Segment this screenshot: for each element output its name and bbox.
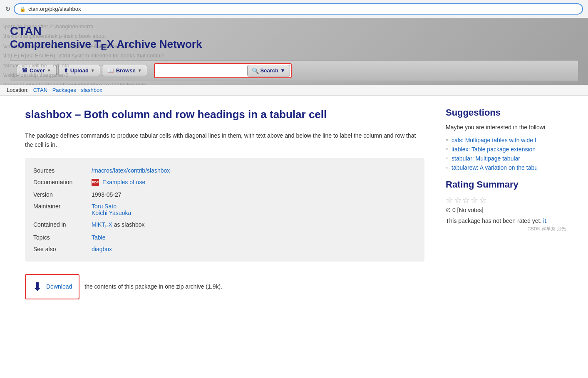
upload-icon: ⬆ [64, 67, 68, 74]
sources-value: /macros/latex/contrib/slashbox [92, 167, 416, 174]
documentation-label: Documentation [33, 179, 92, 185]
info-row-topics: Topics Table [33, 232, 416, 243]
sidebar: Suggestions Maybe you are interested in … [437, 96, 578, 320]
breadcrumb-packages[interactable]: Packages [52, 87, 76, 93]
breadcrumb-slashbox[interactable]: slashbox [81, 87, 102, 93]
download-section: ⬇ Download the contents of this package … [25, 274, 424, 299]
info-row-seealso: See also diagbox [33, 243, 416, 255]
search-input[interactable] [156, 66, 247, 75]
seealso-label: See also [33, 246, 92, 252]
suggestion-link-2[interactable]: ltablex: Table package extension [452, 146, 536, 153]
search-label: Search [261, 67, 278, 74]
cover-dropdown-arrow: ▼ [47, 68, 51, 73]
download-link[interactable]: Download [46, 283, 72, 290]
version-value: 1993-05-27 [92, 191, 416, 198]
contained-suffix: as slashbox [114, 221, 145, 228]
suggestion-link-1[interactable]: cals: Multipage tables with wide l [452, 137, 536, 143]
main-container: slashbox – Both column and row headings … [0, 96, 588, 320]
sources-label: Sources [33, 167, 92, 174]
info-row-contained: Contained in MiKTEX as slashbox [33, 219, 416, 232]
info-row-version: Version 1993-05-27 [33, 189, 416, 200]
suggestion-link-4[interactable]: tabularew: A variation on the tabu [452, 164, 538, 171]
search-icon: 🔍 [252, 67, 259, 74]
suggestions-intro: Maybe you are interested in the followi [446, 123, 570, 132]
lock-icon: 🔒 [20, 6, 26, 12]
browser-bar: ↻ 🔒 ctan.org/pkg/slashbox [0, 0, 588, 18]
cover-label: Cover [30, 67, 45, 74]
info-row-sources: Sources /macros/latex/contrib/slashbox [33, 165, 416, 176]
rating-stars: ☆☆☆☆☆ [446, 195, 570, 205]
main-content: slashbox – Both column and row headings … [0, 96, 437, 320]
download-description: the contents of this package in one zip … [84, 283, 222, 290]
search-dropdown-arrow: ▼ [280, 67, 285, 74]
breadcrumb: Location: CTAN Packages slashbox [0, 85, 588, 96]
topics-label: Topics [33, 234, 92, 241]
suggestion-item-2: ltablex: Table package extension [446, 146, 570, 153]
search-area: 🔍 Search ▼ [154, 63, 292, 78]
rating-description: This package has not been rated yet. it. [446, 217, 570, 225]
pdf-icon: PDF [92, 179, 99, 186]
cover-button[interactable]: 🏛 Cover ▼ [17, 65, 57, 76]
download-icon: ⬇ [32, 280, 42, 294]
suggestions-title: Suggestions [446, 107, 570, 118]
upload-label: Upload [70, 67, 89, 74]
maintainer-value: Toru Sato Koichi Yasuoka [92, 203, 416, 216]
documentation-value: PDF Examples of use [92, 179, 416, 186]
doc-link[interactable]: Examples of use [102, 179, 146, 185]
download-box[interactable]: ⬇ Download [25, 274, 79, 299]
sources-link[interactable]: /macros/latex/contrib/slashbox [92, 167, 170, 174]
contained-label: Contained in [33, 221, 92, 228]
browse-button[interactable]: 📖 Browse ▼ [102, 65, 147, 76]
version-label: Version [33, 191, 92, 198]
maintainer2-link[interactable]: Koichi Yasuoka [92, 210, 131, 216]
topics-link[interactable]: Table [92, 234, 105, 241]
header-content: CTAN Comprehensive TEX Archive Network [10, 25, 578, 53]
upload-button[interactable]: ⬆ Upload ▼ [58, 65, 100, 76]
info-row-documentation: Documentation PDF Examples of use [33, 176, 416, 189]
breadcrumb-location-label: Location: [7, 87, 29, 93]
navbar: 🏛 Cover ▼ ⬆ Upload ▼ 📖 Browse ▼ 🔍 Search… [10, 60, 578, 81]
seealso-value: diagbox [92, 246, 416, 252]
info-row-maintainer: Maintainer Toru Sato Koichi Yasuoka [33, 200, 416, 219]
contained-value: MiKTEX as slashbox [92, 221, 416, 229]
suggestion-link-3[interactable]: stabular: Multipage tabular [452, 155, 520, 162]
package-title: slashbox – Both column and row headings … [25, 108, 424, 121]
topics-value: Table [92, 234, 416, 241]
suggestion-item-4: tabularew: A variation on the tabu [446, 164, 570, 171]
rating-votes: ∅ 0 [No votes] [446, 207, 570, 213]
breadcrumb-ctan[interactable]: CTAN [33, 87, 47, 93]
seealso-link[interactable]: diagbox [92, 246, 112, 252]
rating-link[interactable]: it. [543, 217, 548, 224]
url-text: ctan.org/pkg/slashbox [28, 6, 577, 12]
reload-button[interactable]: ↻ [5, 5, 10, 13]
site-title-line1: CTAN [10, 25, 578, 38]
suggestion-item-3: stabular: Multipage tabular [446, 155, 570, 162]
rating-desc-text: This package has not been rated yet. [446, 217, 541, 224]
rating-title: Rating Summary [446, 179, 570, 190]
search-button[interactable]: 🔍 Search ▼ [247, 65, 290, 77]
breadcrumb-sep1 [30, 87, 32, 93]
watermark-text: CSDN @早茶 月光 [528, 226, 566, 232]
site-header: \parskip \hangafter-2 \hangindent\crm \h… [0, 18, 588, 85]
info-table: Sources /macros/latex/contrib/slashbox D… [25, 158, 424, 262]
url-bar[interactable]: 🔒 ctan.org/pkg/slashbox [14, 3, 583, 15]
package-description: The package defines commands to produce … [25, 131, 424, 150]
browse-icon: 📖 [107, 67, 114, 74]
upload-dropdown-arrow: ▼ [91, 68, 95, 73]
contained-link[interactable]: MiKTEX [92, 221, 112, 228]
maintainer-label: Maintainer [33, 203, 92, 210]
browse-dropdown-arrow: ▼ [138, 68, 142, 73]
site-title-line2: Comprehensive TEX Archive Network [10, 38, 578, 53]
suggestion-item-1: cals: Multipage tables with wide l [446, 137, 570, 143]
suggestions-list: cals: Multipage tables with wide l ltabl… [446, 137, 570, 171]
maintainer1-link[interactable]: Toru Sato [92, 203, 117, 210]
cover-icon: 🏛 [22, 67, 27, 74]
browse-label: Browse [116, 67, 136, 74]
